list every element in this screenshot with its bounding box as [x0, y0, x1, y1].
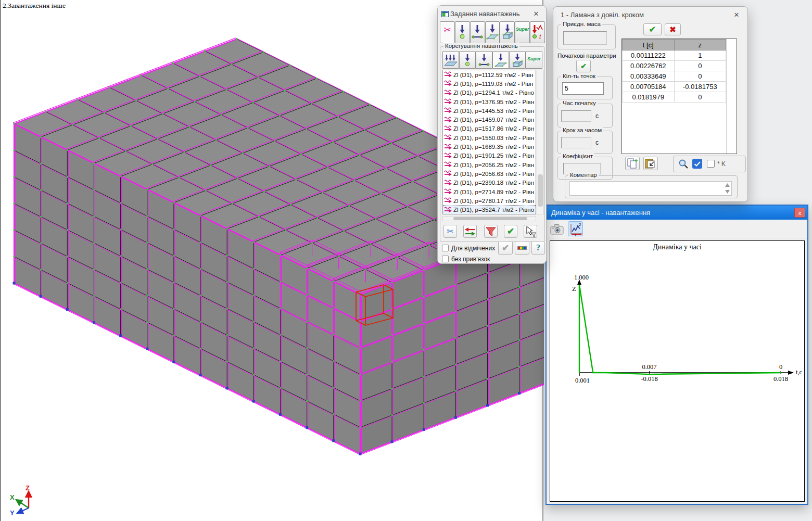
table-row: 0.01819790 [623, 92, 726, 103]
tab-dynamic-load[interactable]: t [530, 21, 545, 43]
view-tools-group: * K [673, 156, 746, 172]
table-cell[interactable]: 0.00111222 [623, 50, 675, 61]
loadcase-label: 2.Завантаження інше [3, 2, 66, 10]
snapshot-button[interactable] [549, 221, 564, 236]
list-item[interactable]: Zl (D1), p=2714.89 т/м2 - Рівн [443, 187, 536, 196]
close-icon[interactable]: ✕ [530, 9, 542, 19]
time-step-field[interactable] [561, 137, 591, 148]
svg-text:-0.018: -0.018 [641, 375, 657, 383]
copy-button[interactable] [625, 157, 640, 170]
pick-filter-button[interactable] [524, 225, 537, 238]
node-load-icon [462, 53, 473, 68]
scrollbar-thumb[interactable] [453, 217, 527, 220]
help-button[interactable]: ? [531, 241, 545, 255]
tab-correct-bar[interactable] [476, 51, 492, 69]
window-title: Динаміка у часі - навантаження [547, 209, 650, 217]
no-snap-checkbox[interactable] [442, 256, 449, 262]
load-scale-button[interactable] [515, 241, 529, 255]
points-count-group: Кіл-ть точок [557, 77, 613, 99]
table-cell[interactable]: 0 [674, 92, 726, 103]
attached-mass-group: Приєдн. маса [557, 24, 616, 49]
scrollbar-thumb[interactable] [538, 174, 543, 207]
points-count-input[interactable] [562, 82, 604, 95]
scissors-icon: ✂ [443, 26, 451, 34]
points-table[interactable]: t [c]z0.0011122210.0022676200.0033364900… [622, 39, 726, 103]
distributed-load-icon [444, 125, 452, 132]
list-item[interactable]: Zl (D1), p=1112.59 т/м2 - Рівн [443, 70, 536, 79]
axis-triad-icon: Z X Y [8, 484, 44, 520]
paste-button[interactable] [643, 157, 658, 170]
for-marked-checkbox[interactable] [442, 245, 449, 251]
time-step-group: Крок за часом с [557, 131, 613, 154]
table-cell[interactable]: 0.0181979 [623, 92, 675, 103]
list-item[interactable]: Zl (D1), p=1689.35 т/м2 - Рівн [443, 142, 536, 151]
tab-delete-load[interactable]: ✂ [440, 21, 455, 43]
copy-icon [626, 158, 639, 169]
list-item[interactable]: Zl (D1), p=1550.03 т/м2 - Рівн [443, 133, 536, 142]
spin-down-icon[interactable] [724, 189, 730, 195]
list-item[interactable]: Zl (D1), p=1119.03 т/м2 - Рівн [443, 79, 536, 88]
show-curve-checkbox[interactable] [692, 159, 702, 169]
tab-load-on-solid[interactable] [500, 21, 515, 43]
table-cell[interactable]: 0 [674, 71, 726, 82]
list-item[interactable]: Zl (D1), p=1445.53 т/м2 - Рівн [443, 106, 536, 115]
list-item[interactable]: Zl (D1), p=2780.17 т/м2 - Рівн [443, 196, 536, 205]
bar-load-icon [471, 23, 484, 40]
list-item[interactable]: Zl (D1), p=1459.07 т/м2 - Рівн [443, 115, 536, 124]
tab-correct-distributed[interactable] [442, 51, 459, 69]
tab-correct-plate[interactable] [492, 51, 509, 69]
delete-load-button[interactable]: ✂ [443, 225, 457, 238]
list-item[interactable]: Zl (D1), p=1376.95 т/м2 - Рівн [443, 97, 536, 106]
close-icon[interactable]: ✕ [731, 10, 742, 20]
spin-up-icon[interactable] [724, 182, 730, 188]
tab-correct-node[interactable] [459, 51, 476, 69]
points-count-label: Кіл-ть точок [561, 73, 597, 79]
svg-text:2: 2 [579, 222, 581, 226]
tab-correct-solid[interactable] [509, 51, 526, 69]
x-icon: ✖ [669, 26, 676, 33]
svg-text:Z: Z [572, 285, 576, 293]
list-item[interactable]: Zl (D1), p=2390.18 т/м2 - Рівн [443, 179, 536, 187]
list-item[interactable]: Zl (D1), p=2056.25 т/м2 - Рівн [443, 160, 536, 169]
table-cell[interactable]: 0.00333649 [623, 71, 675, 82]
initial-params-button[interactable]: ✔ [576, 60, 591, 72]
apply-to-marked-button[interactable]: ✔ [498, 241, 513, 255]
cancel-button[interactable]: ✖ [665, 23, 681, 35]
list-item[interactable]: Zl (D1), p=1517.86 т/м2 - Рівн [443, 124, 536, 133]
list-item[interactable]: Zl (D1), p=2056.63 т/м2 - Рівн [443, 169, 536, 178]
confirm-button[interactable]: ✔ [643, 23, 662, 35]
distributed-load-icon [444, 207, 452, 213]
attached-mass-field[interactable] [563, 31, 607, 45]
tab-load-on-plate[interactable] [485, 21, 500, 43]
table-cell[interactable]: 0.00705184 [623, 82, 675, 92]
table-cell[interactable]: 0.00226762 [623, 61, 675, 71]
load-list[interactable]: Zl (D1), p=1112.59 т/м2 - РівнZl (D1), p… [442, 70, 536, 214]
tab-super-elements[interactable]: Super [515, 21, 530, 43]
apply-load-button[interactable]: ✔ [504, 225, 517, 238]
comment-input[interactable] [569, 181, 732, 196]
tab-load-on-bar[interactable] [470, 21, 485, 43]
horizontal-scrollbar[interactable] [442, 216, 536, 221]
list-item[interactable]: Zl (D1), p=1294.1 т/м2 - Рівно [443, 88, 536, 97]
list-item[interactable]: Zl (D1), p=1901.25 т/м2 - Рівн [443, 151, 536, 160]
graph-mode-button[interactable]: 2 1 [568, 221, 583, 236]
tab-correct-super[interactable]: Super [526, 51, 542, 69]
points-table-frame: t [c]z0.0011122210.0022676200.0033364900… [621, 39, 737, 154]
filter-button[interactable] [484, 225, 498, 238]
tab-load-on-node[interactable] [455, 21, 470, 43]
close-icon[interactable]: x [794, 208, 805, 218]
table-cell[interactable]: 1 [674, 50, 726, 61]
seconds-label: с [595, 139, 599, 146]
k-multiplier-checkbox[interactable] [707, 160, 715, 168]
dialog-title: 1 - Ламана з довіл. кроком [561, 11, 644, 19]
check-disabled-icon: ✔ [502, 244, 509, 252]
cursor-funnel-icon [524, 225, 537, 238]
magnifier-icon[interactable] [678, 158, 689, 170]
list-item[interactable]: Zl (D1), p=3524.7 т/м2 - Рівно [443, 205, 536, 214]
window-titlebar[interactable]: Динаміка у часі - навантаження [547, 206, 807, 220]
vertical-scrollbar[interactable] [537, 70, 544, 214]
table-cell[interactable]: -0.0181753 [674, 82, 726, 92]
table-cell[interactable]: 0 [674, 61, 726, 71]
replace-load-button[interactable] [463, 225, 477, 238]
start-time-field[interactable] [561, 110, 591, 122]
